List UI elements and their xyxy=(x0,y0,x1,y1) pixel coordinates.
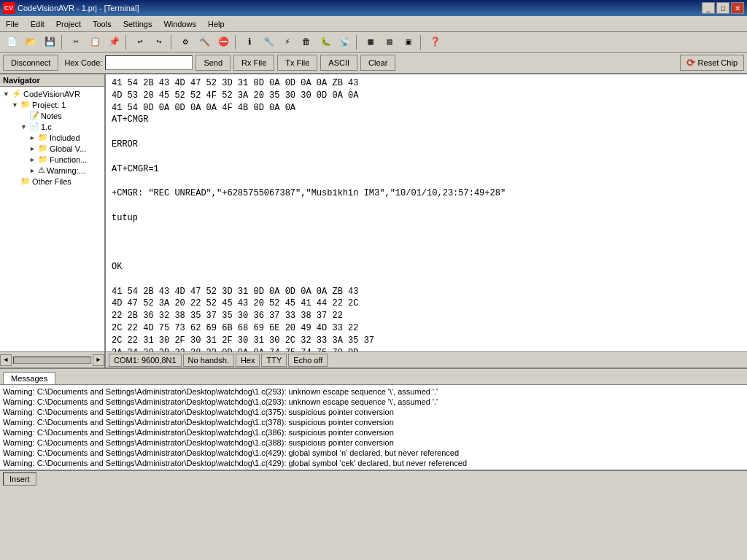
serial-button[interactable]: 📡 xyxy=(336,34,353,50)
maximize-button[interactable]: □ xyxy=(716,2,729,14)
message-line: Warning: C:\Documents and Settings\Admin… xyxy=(3,417,744,427)
scroll-left-button[interactable]: ◄ xyxy=(0,354,12,366)
clear-button[interactable]: Clear xyxy=(360,55,395,71)
tree-item-1c[interactable]: ▼📄1.c xyxy=(1,121,103,132)
folder-icon: 📁 xyxy=(20,100,31,109)
terminal1-button[interactable]: ▦ xyxy=(362,34,379,50)
undo-button[interactable]: ↩ xyxy=(131,34,149,50)
sep2 xyxy=(125,35,128,50)
app-icon: CV xyxy=(3,2,15,14)
note-icon: 📝 xyxy=(29,111,39,120)
navigator-scrollbar[interactable]: ◄ ► xyxy=(0,351,104,368)
tree-item-otherfiles[interactable]: 📁Other Files xyxy=(1,176,103,187)
menu-help[interactable]: Help xyxy=(202,18,231,30)
paste-button[interactable]: 📌 xyxy=(105,34,123,50)
menu-tools[interactable]: Tools xyxy=(87,18,117,30)
tree-item-project1[interactable]: ▼📁Project: 1 xyxy=(1,99,103,110)
tree-expand-icon: ► xyxy=(29,145,38,152)
menu-windows[interactable]: Windows xyxy=(158,18,202,30)
message-line: Warning: C:\Documents and Settings\Admin… xyxy=(3,458,744,468)
navigator-title: Navigator xyxy=(0,74,104,87)
reset-chip-label: Reset Chip xyxy=(698,58,738,67)
folder-icon: 📁 xyxy=(38,155,48,164)
warning-icon: ⚠ xyxy=(38,166,45,175)
hex-code-label: Hex Code: xyxy=(64,58,102,67)
navigator-panel: Navigator ▼⚡CodeVisionAVR▼📁Project: 1📝No… xyxy=(0,74,106,368)
program-button[interactable]: ⚡ xyxy=(279,34,296,50)
sep3 xyxy=(171,35,174,50)
terminal-statusbar: COM1: 9600,8N1 No handsh. Hex TTY Echo o… xyxy=(106,351,747,368)
ascii-button[interactable]: ASCII xyxy=(320,55,357,71)
help-button[interactable]: ❓ xyxy=(426,34,444,50)
redo-button[interactable]: ↪ xyxy=(150,34,168,50)
navigator-tree: ▼⚡CodeVisionAVR▼📁Project: 1📝Notes▼📄1.c►📁… xyxy=(0,87,104,351)
tree-expand-icon: ► xyxy=(29,167,38,174)
minimize-button[interactable]: _ xyxy=(702,2,715,14)
folder-icon: 📁 xyxy=(38,133,48,142)
tree-item-globalv[interactable]: ►📁Global V... xyxy=(1,143,103,154)
reset-area: ⟳ Reset Chip xyxy=(680,55,744,71)
tree-item-label: CodeVisionAVR xyxy=(23,90,80,98)
sep6 xyxy=(420,35,423,50)
echo-status: Echo off xyxy=(288,354,328,367)
app-icon: ⚡ xyxy=(12,89,22,98)
chip-button[interactable]: 🔧 xyxy=(260,34,277,50)
insert-status: Insert xyxy=(3,472,36,486)
tree-item-label: Warning:... xyxy=(47,166,85,175)
menu-edit[interactable]: Edit xyxy=(25,18,50,30)
copy-button[interactable]: 📋 xyxy=(86,34,104,50)
terminal2-button[interactable]: ▤ xyxy=(381,34,398,50)
send-button[interactable]: Send xyxy=(196,55,231,71)
main-toolbar: 📄 📂 💾 ✂ 📋 📌 ↩ ↪ ⚙ 🔨 ⛔ ℹ 🔧 ⚡ 🗑 🐛 📡 ▦ ▤ ▣ … xyxy=(0,32,747,52)
title-bar: CV CodeVisionAVR - 1.prj - [Terminal] _ … xyxy=(0,0,747,16)
reset-icon: ⟳ xyxy=(686,57,695,69)
debug-button[interactable]: 🐛 xyxy=(317,34,334,50)
handshake-status: No handsh. xyxy=(183,354,234,367)
tree-item-function[interactable]: ►📁Function... xyxy=(1,154,103,165)
file-icon: 📄 xyxy=(29,122,39,131)
tree-item-label: Function... xyxy=(50,155,87,164)
scroll-right-button[interactable]: ► xyxy=(93,354,104,366)
folder-icon: 📁 xyxy=(20,176,31,186)
main-area: Navigator ▼⚡CodeVisionAVR▼📁Project: 1📝No… xyxy=(0,74,747,368)
sep5 xyxy=(356,35,359,50)
compile-button[interactable]: ⚙ xyxy=(177,34,194,50)
tty-status: TTY xyxy=(261,354,287,367)
new-button[interactable]: 📄 xyxy=(3,34,20,50)
stop-button[interactable]: ⛔ xyxy=(214,34,232,50)
message-line: Warning: C:\Documents and Settings\Admin… xyxy=(3,397,744,407)
tree-expand-icon: ▼ xyxy=(3,90,12,98)
terminal-content[interactable]: 41 54 2B 43 4D 47 52 3D 31 0D 0A 0D 0A 0… xyxy=(106,74,747,351)
menu-file[interactable]: File xyxy=(0,18,25,30)
message-line: Warning: C:\Documents and Settings\Admin… xyxy=(3,448,744,458)
tree-item-label: Global V... xyxy=(50,144,86,153)
terminal-toolbar: Disconnect Hex Code: Send Rx File Tx Fil… xyxy=(0,52,747,74)
tree-item-notes[interactable]: 📝Notes xyxy=(1,110,103,121)
tx-file-button[interactable]: Tx File xyxy=(277,55,317,71)
terminal3-button[interactable]: ▣ xyxy=(400,34,417,50)
build-button[interactable]: 🔨 xyxy=(196,34,213,50)
tree-item-codevisionavr[interactable]: ▼⚡CodeVisionAVR xyxy=(1,88,103,99)
menu-project[interactable]: Project xyxy=(50,18,87,30)
close-button[interactable]: ✕ xyxy=(731,2,744,14)
messages-tab-bar: Messages xyxy=(0,369,747,385)
message-line: Warning: C:\Documents and Settings\Admin… xyxy=(3,427,744,438)
status-bar: Insert xyxy=(0,470,747,487)
cut-button[interactable]: ✂ xyxy=(67,34,85,50)
disconnect-button[interactable]: Disconnect xyxy=(3,55,58,71)
erase-button[interactable]: 🗑 xyxy=(298,34,315,50)
reset-chip-button[interactable]: ⟳ Reset Chip xyxy=(680,55,744,71)
info-button[interactable]: ℹ xyxy=(241,34,258,50)
hex-status: Hex xyxy=(236,354,260,367)
tree-item-warning[interactable]: ►⚠Warning:... xyxy=(1,165,103,176)
scroll-track[interactable] xyxy=(13,357,91,364)
menu-settings[interactable]: Settings xyxy=(117,18,158,30)
tree-expand-icon: ▼ xyxy=(20,123,29,131)
save-button[interactable]: 💾 xyxy=(41,34,58,50)
hex-code-input[interactable] xyxy=(105,55,193,70)
open-button[interactable]: 📂 xyxy=(22,34,39,50)
tree-item-included[interactable]: ►📁Included xyxy=(1,132,103,143)
tree-expand-icon: ► xyxy=(29,156,38,163)
messages-tab[interactable]: Messages xyxy=(3,372,55,384)
rx-file-button[interactable]: Rx File xyxy=(233,55,274,71)
